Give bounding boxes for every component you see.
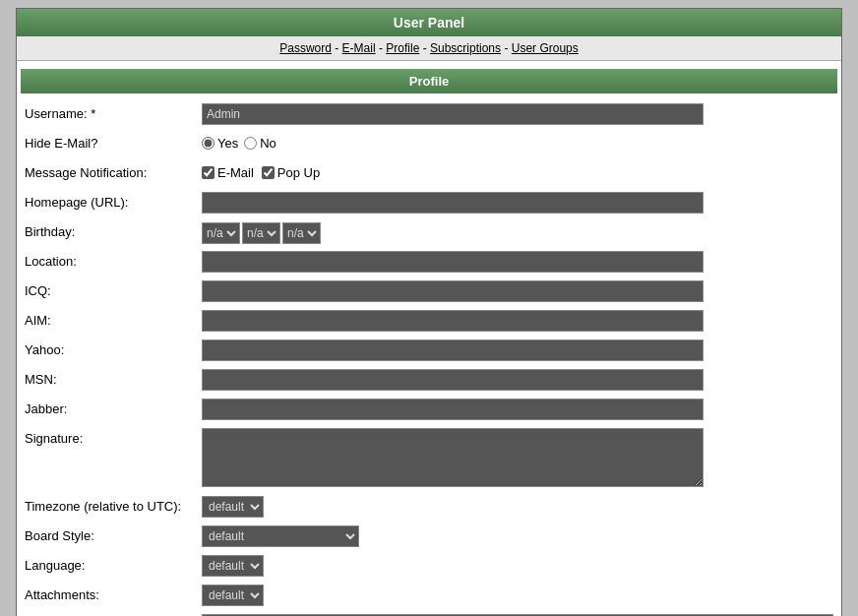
hide-email-yes-radio[interactable] (202, 137, 214, 150)
msn-input[interactable] (202, 369, 704, 391)
yahoo-input[interactable] (202, 339, 704, 361)
language-label: Language: (25, 555, 202, 573)
yahoo-label: Yahoo: (25, 339, 202, 357)
birthday-label: Birthday: (25, 221, 202, 239)
timezone-select[interactable]: default (202, 496, 264, 518)
hide-email-yes-text: Yes (217, 136, 238, 151)
form-area: Username: * Hide E-Mail? Yes No Message … (17, 97, 841, 616)
signature-control (202, 428, 833, 490)
board-style-select[interactable]: default (202, 525, 359, 547)
icq-label: ICQ: (25, 280, 202, 298)
msn-label: MSN: (25, 369, 202, 387)
icq-input[interactable] (202, 280, 704, 302)
birthday-year-select[interactable]: n/a (282, 222, 321, 244)
panel-title: User Panel (394, 15, 464, 31)
yahoo-control (202, 339, 833, 361)
language-row: Language: default (25, 555, 833, 579)
birthday-control: n/a n/a n/a (202, 221, 833, 244)
location-row: Location: (25, 251, 833, 275)
board-style-control: default (202, 525, 833, 547)
hide-email-row: Hide E-Mail? Yes No (25, 133, 833, 156)
aim-label: AIM: (25, 310, 202, 328)
language-control: default (202, 555, 833, 577)
birthday-month-select[interactable]: n/a (202, 222, 240, 244)
jabber-control (202, 399, 833, 420)
email-check-label[interactable]: E-Mail (202, 165, 254, 180)
signature-row: Signature: (25, 428, 833, 490)
nav-password[interactable]: Password (279, 41, 332, 55)
homepage-input[interactable] (202, 192, 704, 214)
icq-control (202, 280, 833, 302)
timezone-label: Timezone (relative to UTC): (25, 496, 202, 514)
attachments-select[interactable]: default (202, 585, 264, 606)
email-check-text: E-Mail (217, 165, 254, 180)
jabber-label: Jabber: (25, 399, 202, 416)
yahoo-row: Yahoo: (25, 339, 833, 363)
msn-row: MSN: (25, 369, 833, 393)
email-checkbox[interactable] (202, 166, 214, 179)
hide-email-no-text: No (260, 136, 276, 151)
message-notification-control: E-Mail Pop Up (202, 162, 833, 180)
language-select[interactable]: default (202, 555, 264, 577)
popup-check-text: Pop Up (277, 165, 320, 180)
outer-panel: User Panel Password - E-Mail - Profile -… (16, 8, 842, 616)
signature-textarea[interactable] (202, 428, 704, 487)
aim-row: AIM: (25, 310, 833, 334)
message-notification-row: Message Notification: E-Mail Pop Up (25, 162, 833, 186)
board-style-label: Board Style: (25, 525, 202, 543)
msn-control (202, 369, 833, 391)
jabber-input[interactable] (202, 399, 704, 420)
aim-control (202, 310, 833, 332)
attachments-control: default (202, 585, 833, 606)
username-label: Username: * (25, 103, 202, 121)
nav-user-groups[interactable]: User Groups (512, 41, 579, 55)
username-input[interactable] (202, 103, 704, 125)
location-label: Location: (25, 251, 202, 269)
popup-checkbox[interactable] (262, 166, 275, 179)
signature-label: Signature: (25, 428, 202, 446)
aim-input[interactable] (202, 310, 704, 332)
hide-email-yes-label[interactable]: Yes (202, 136, 238, 151)
nav-email[interactable]: E-Mail (342, 41, 376, 55)
nav-profile[interactable]: Profile (386, 41, 419, 55)
hide-email-no-label[interactable]: No (244, 136, 276, 151)
board-style-row: Board Style: default (25, 525, 833, 549)
nav-bar: Password - E-Mail - Profile - Subscripti… (17, 36, 841, 61)
message-notification-label: Message Notification: (25, 162, 202, 180)
location-input[interactable] (202, 251, 704, 273)
nav-subscriptions[interactable]: Subscriptions (430, 41, 501, 55)
attachments-label: Attachments: (25, 585, 202, 602)
location-control (202, 251, 833, 273)
hide-email-label: Hide E-Mail? (25, 133, 202, 151)
hide-email-control: Yes No (202, 133, 833, 151)
section-title: Profile (409, 74, 449, 89)
birthday-row: Birthday: n/a n/a n/a (25, 221, 833, 245)
hide-email-no-radio[interactable] (244, 137, 257, 150)
username-row: Username: * (25, 103, 833, 127)
homepage-row: Homepage (URL): (25, 192, 833, 216)
jabber-row: Jabber: (25, 399, 833, 422)
homepage-label: Homepage (URL): (25, 192, 202, 210)
timezone-control: default (202, 496, 833, 518)
popup-check-label[interactable]: Pop Up (262, 165, 320, 180)
attachments-row: Attachments: default (25, 585, 833, 608)
username-control (202, 103, 833, 125)
section-header: Profile (21, 69, 837, 93)
icq-row: ICQ: (25, 280, 833, 304)
homepage-control (202, 192, 833, 214)
panel-header: User Panel (17, 9, 841, 36)
timezone-row: Timezone (relative to UTC): default (25, 496, 833, 520)
birthday-day-select[interactable]: n/a (242, 222, 280, 244)
